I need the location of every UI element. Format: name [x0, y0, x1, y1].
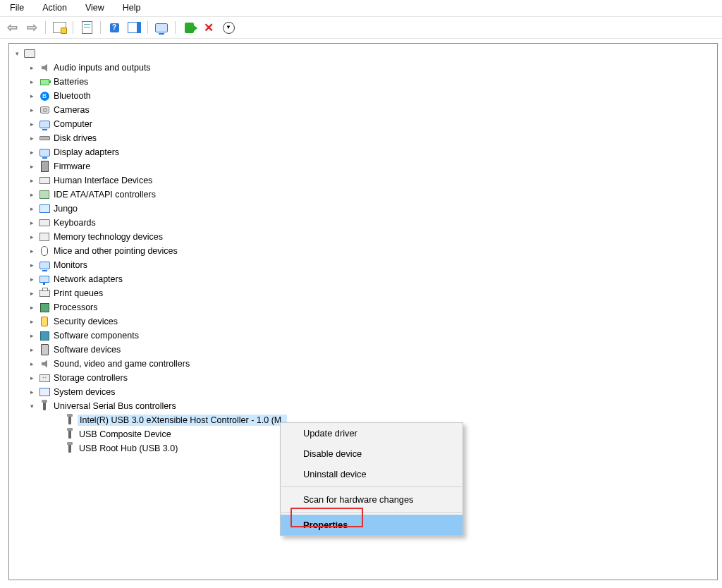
expander-icon[interactable]: ▸: [27, 260, 37, 270]
tree-category-row[interactable]: ▸Software components: [12, 329, 717, 343]
mon-icon: [39, 118, 50, 130]
tree-category-row[interactable]: ▸Human Interface Devices: [12, 173, 717, 188]
tree-category-label: Jungo: [52, 203, 79, 214]
context-menu-disable-device[interactable]: Disable device: [281, 443, 463, 464]
menu-view[interactable]: View: [81, 1, 109, 14]
forward-button[interactable]: ⇨: [23, 19, 41, 36]
expander-icon[interactable]: ▸: [27, 204, 37, 214]
tree-category-label: Processors: [52, 302, 99, 313]
expander-icon[interactable]: ▸: [27, 190, 37, 200]
tree-category-label: Sound, video and game controllers: [52, 358, 191, 369]
tree-category-label: Software components: [52, 330, 140, 341]
tree-category-row[interactable]: ▸System devices: [12, 385, 717, 399]
tree-category-row[interactable]: ▸Keyboards: [12, 216, 717, 230]
usb-device-icon: [64, 415, 75, 426]
expander-icon[interactable]: ▸: [27, 288, 37, 298]
menu-help[interactable]: Help: [118, 1, 145, 14]
context-menu-properties[interactable]: Properties: [281, 515, 463, 535]
tree-category-label: Firmware: [52, 161, 92, 172]
toolbar: ⇦ ⇨ ? ✕: [0, 16, 722, 39]
tree-category-row[interactable]: ▸Storage controllers: [12, 371, 717, 385]
expander-icon[interactable]: ▸: [27, 331, 37, 341]
expander-icon[interactable]: ▸: [27, 105, 37, 115]
view-devices-by-connection-button[interactable]: [152, 19, 171, 36]
usb-device-icon: [64, 443, 75, 454]
scan-for-hardware-changes-button[interactable]: [180, 19, 198, 36]
menu-action[interactable]: Action: [38, 1, 71, 14]
menubar: File Action View Help: [0, 0, 722, 16]
expander-icon[interactable]: ▸: [27, 359, 37, 369]
context-menu-uninstall-device[interactable]: Uninstall device: [281, 464, 463, 484]
tree-root-row[interactable]: ▾: [12, 47, 717, 61]
sec-icon: [39, 316, 50, 327]
batt-icon: [39, 76, 50, 87]
expander-icon[interactable]: ▸: [27, 218, 37, 228]
tree-category-row[interactable]: ▸Monitors: [12, 258, 717, 272]
menu-file[interactable]: File: [6, 1, 28, 14]
tree-category-label: Mice and other pointing devices: [52, 245, 179, 257]
tree-category-row[interactable]: ▸Mice and other pointing devices: [12, 244, 717, 258]
tree-category-row[interactable]: ▸Print queues: [12, 286, 717, 300]
tree-category-row[interactable]: ▸Disk drives: [12, 131, 717, 145]
mem-icon: [39, 231, 50, 243]
tree-category-row[interactable]: ▾ Universal Serial Bus controllers: [12, 399, 717, 413]
device-tree[interactable]: ▾ ▸Audio inputs and outputs▸Batteries▸Bl…: [9, 44, 717, 458]
tree-category-row[interactable]: ▸Firmware: [12, 159, 717, 173]
uninstall-device-button[interactable]: ✕: [200, 19, 218, 36]
tree-category-label: Print queues: [52, 288, 104, 299]
expander-icon[interactable]: ▾: [12, 49, 22, 59]
help-button[interactable]: ?: [105, 19, 123, 36]
expander-icon[interactable]: ▸: [27, 387, 37, 397]
tree-category-row[interactable]: ▸Network adapters: [12, 272, 717, 286]
tree-category-row[interactable]: ▸Cameras: [12, 103, 717, 117]
expander-icon[interactable]: ▸: [27, 246, 37, 256]
show-hidden-devices-button[interactable]: [50, 19, 68, 36]
expander-icon[interactable]: ▸: [27, 317, 37, 326]
toggle-panel-button[interactable]: [125, 19, 143, 36]
sys-icon: [39, 386, 50, 398]
expander-icon[interactable]: ▸: [27, 161, 37, 171]
expander-icon[interactable]: ▸: [27, 77, 37, 87]
tree-category-row[interactable]: ▸Computer: [12, 117, 717, 131]
context-menu-scan-hardware[interactable]: Scan for hardware changes: [281, 489, 463, 510]
tree-category-row[interactable]: ▸Batteries: [12, 75, 717, 89]
soft-icon: [39, 330, 50, 341]
tree-category-row[interactable]: ▸Software devices: [12, 343, 717, 357]
expander-icon[interactable]: ▸: [27, 373, 37, 383]
expander-icon[interactable]: ▸: [27, 345, 37, 355]
expander-icon[interactable]: ▸: [27, 147, 37, 157]
tree-category-row[interactable]: ▸Memory technology devices: [12, 230, 717, 244]
update-driver-button[interactable]: [219, 19, 238, 36]
tree-category-row[interactable]: ▸IDE ATA/ATAPI controllers: [12, 188, 717, 202]
tree-category-label: Display adapters: [52, 147, 121, 158]
expander-icon[interactable]: ▸: [27, 63, 37, 73]
expander-icon[interactable]: ▸: [27, 232, 37, 242]
toolbar-separator: [147, 21, 148, 34]
properties-sheet-button[interactable]: [78, 19, 96, 36]
fw-icon: [39, 161, 50, 172]
back-button[interactable]: ⇦: [3, 19, 21, 36]
usb-device-icon: [64, 429, 75, 440]
tree-category-row[interactable]: ▸Security devices: [12, 314, 717, 329]
expander-icon[interactable]: ▸: [27, 133, 37, 143]
expander-icon[interactable]: ▸: [27, 302, 37, 312]
tree-category-row[interactable]: ▸Audio inputs and outputs: [12, 61, 717, 75]
tree-category-label: Software devices: [52, 344, 122, 355]
expander-icon[interactable]: ▸: [27, 91, 37, 101]
tree-category-row[interactable]: ▸Bluetooth: [12, 89, 717, 103]
expander-icon[interactable]: ▸: [27, 176, 37, 185]
tree-category-label: Monitors: [52, 259, 89, 271]
context-menu-update-driver[interactable]: Update driver: [281, 423, 463, 443]
tree-category-row[interactable]: ▸Jungo: [12, 202, 717, 216]
tree-category-row[interactable]: ▸Processors: [12, 300, 717, 314]
tree-category-row[interactable]: ▸Sound, video and game controllers: [12, 357, 717, 371]
expander-icon[interactable]: ▾: [27, 401, 37, 411]
tree-category-row[interactable]: ▸Display adapters: [12, 145, 717, 159]
kb-icon: [39, 217, 50, 228]
expander-icon[interactable]: ▸: [27, 274, 37, 284]
expander-icon[interactable]: ▸: [27, 119, 37, 129]
dev-icon: [39, 344, 50, 355]
speaker-icon: [39, 358, 50, 369]
bt-icon: [39, 90, 50, 102]
jungo-icon: [39, 203, 50, 214]
